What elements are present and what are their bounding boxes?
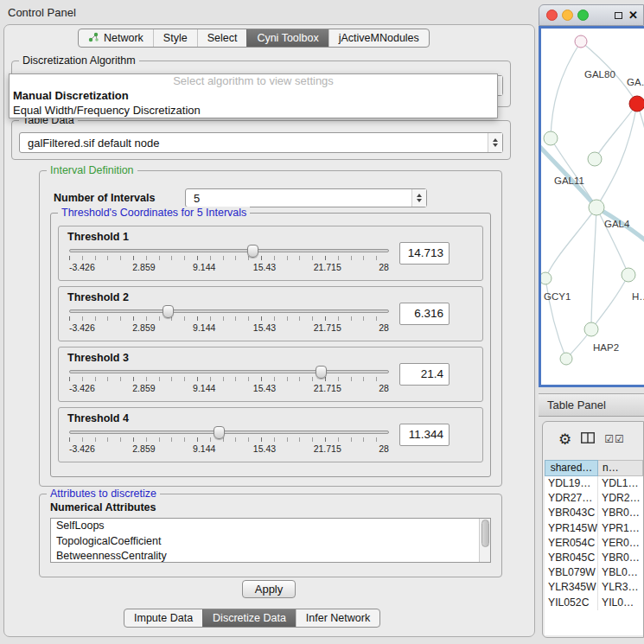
node[interactable] <box>560 353 572 365</box>
node[interactable] <box>584 322 598 336</box>
list-scrollbar[interactable] <box>479 519 490 562</box>
network-canvas[interactable]: GAL80 GA… GAL11 GAL4 GCY1 H… HAP2 <box>541 29 644 385</box>
cell[interactable]: YIL052C <box>545 596 598 610</box>
cell[interactable]: YPR1… <box>598 521 643 536</box>
cell[interactable]: YBR0… <box>598 506 643 520</box>
slider-thumb[interactable] <box>247 245 258 258</box>
tick-label: 9.144 <box>193 443 215 454</box>
table-row[interactable]: YLR345W YLR3… <box>545 580 643 595</box>
table-row[interactable]: YBL079W YBL0… <box>545 565 643 580</box>
cell[interactable]: YBR043C <box>545 506 598 520</box>
cell[interactable]: YDL1… <box>598 476 643 491</box>
node[interactable] <box>622 268 635 282</box>
select-columns-checkboxes-icon[interactable]: ☑☑ <box>604 433 625 445</box>
list-item[interactable]: BetweennessCentrality <box>51 549 490 563</box>
slider-tickmarks <box>69 377 389 381</box>
combo-stepper-icon[interactable] <box>411 189 426 207</box>
threshold-2-slider[interactable] <box>69 309 389 313</box>
cell[interactable]: YDL19… <box>545 476 598 491</box>
threshold-3-label: Threshold 3 <box>67 352 129 364</box>
threshold-1-slider[interactable] <box>69 249 389 252</box>
apply-button[interactable]: Apply <box>242 580 296 598</box>
node[interactable] <box>575 35 587 48</box>
threshold-coordinates-group: Threshold's Coordinates for 5 Intervals … <box>50 213 491 477</box>
threshold-4-slider[interactable] <box>69 430 389 434</box>
combo-stepper-icon[interactable] <box>488 133 502 152</box>
tab-infer-network[interactable]: Infer Network <box>296 609 379 627</box>
dropdown-hint: Select algorithm to view settings <box>10 74 497 88</box>
table-row[interactable]: YDR27… YDR2… <box>545 491 643 506</box>
column-header-name[interactable]: n… <box>598 460 643 476</box>
tick-label: 21.715 <box>314 322 341 333</box>
table-row[interactable]: YPR145W YPR1… <box>545 521 643 536</box>
tab-cyni-toolbox[interactable]: Cyni Toolbox <box>246 29 328 47</box>
network-window-titlebar: ✕ <box>539 4 644 26</box>
threshold-3-slider[interactable] <box>69 370 389 373</box>
close-traffic-light[interactable] <box>546 10 558 21</box>
tab-label: Impute Data <box>134 612 193 624</box>
cell[interactable]: YDR27… <box>545 491 598 506</box>
tab-jactivemnodules[interactable]: jActiveMNodules <box>328 29 429 47</box>
slider-thumb[interactable] <box>214 426 225 439</box>
node[interactable] <box>588 152 602 166</box>
cell[interactable]: YLR345W <box>545 580 598 595</box>
cell[interactable]: YBL0… <box>598 565 643 580</box>
threshold-3-panel: Threshold 3 -3.426 2.859 9.144 15.43 21.… <box>58 347 483 402</box>
cell[interactable]: YER0… <box>598 536 643 551</box>
threshold-4-value-field[interactable]: 11.344 <box>399 424 450 446</box>
column-header-shared-name[interactable]: shared… <box>545 460 598 476</box>
dropdown-option-equal-width[interactable]: Equal Width/Frequency Discretization <box>10 103 497 118</box>
threshold-3-value-field[interactable]: 21.4 <box>399 363 450 386</box>
node[interactable] <box>541 272 552 284</box>
cell[interactable]: YDR2… <box>598 491 643 506</box>
tick-label: -3.426 <box>69 262 95 272</box>
threshold-2-value-field[interactable]: 6.316 <box>399 303 450 325</box>
tick-label: -3.426 <box>69 322 95 333</box>
table-row[interactable]: YBR045C YBR0… <box>545 551 643 565</box>
zoom-traffic-light[interactable] <box>577 10 589 21</box>
selected-node[interactable] <box>629 96 644 112</box>
tick-label: 28 <box>379 262 389 272</box>
slider-thumb[interactable] <box>316 366 327 379</box>
cell[interactable]: YPR145W <box>545 521 598 536</box>
tab-label: Select <box>207 32 238 44</box>
table-row[interactable]: YIL052C YIL0… <box>545 596 643 610</box>
cell[interactable]: YBL079W <box>545 565 598 580</box>
dropdown-option-manual[interactable]: Manual Discretization <box>10 88 497 103</box>
list-item[interactable]: TopologicalCoefficient <box>51 534 490 550</box>
tab-discretize-data[interactable]: Discretize Data <box>202 609 296 627</box>
network-icon <box>88 32 99 45</box>
network-view-window: ✕ <box>539 4 644 387</box>
slider-thumb[interactable] <box>163 305 174 318</box>
columns-icon[interactable] <box>581 432 595 446</box>
scrollbar-thumb[interactable] <box>481 520 489 547</box>
cell[interactable]: YBR045C <box>545 551 598 565</box>
cell[interactable]: YLR3… <box>598 580 643 595</box>
close-icon[interactable]: ✕ <box>628 9 638 22</box>
table-row[interactable]: YBR043C YBR0… <box>545 506 643 520</box>
tab-network[interactable]: Network <box>79 29 153 47</box>
node[interactable] <box>589 200 604 215</box>
cell[interactable]: YIL0… <box>598 596 643 610</box>
number-of-intervals-combobox[interactable]: 5 <box>185 188 427 207</box>
bottom-tab-bar: Impute Data Discretize Data Infer Networ… <box>124 609 380 628</box>
cell[interactable]: YBR0… <box>598 551 643 565</box>
threshold-1-value-field[interactable]: 14.713 <box>399 242 450 265</box>
minimize-traffic-light[interactable] <box>562 10 573 21</box>
slider-tickmarks <box>69 316 389 321</box>
threshold-2-panel: Threshold 2 -3.426 2.859 9.144 15.43 21.… <box>58 286 483 341</box>
node[interactable] <box>544 131 558 145</box>
table-data-combobox[interactable]: galFiltered.sif default node <box>19 132 503 153</box>
tab-style[interactable]: Style <box>153 29 197 47</box>
list-item[interactable]: SelfLoops <box>51 519 490 534</box>
tab-select[interactable]: Select <box>197 29 247 47</box>
cell[interactable]: YER054C <box>545 536 598 551</box>
table-row[interactable]: YDL19… YDL1… <box>545 476 643 491</box>
table-row[interactable]: YER054C YER0… <box>545 536 643 551</box>
tab-impute-data[interactable]: Impute Data <box>124 609 202 627</box>
float-window-icon[interactable] <box>615 12 622 19</box>
tab-label: Infer Network <box>306 612 370 624</box>
tick-label: 21.715 <box>314 443 341 454</box>
tick-label: 15.43 <box>253 262 276 272</box>
gear-icon[interactable]: ⚙ <box>558 432 571 447</box>
